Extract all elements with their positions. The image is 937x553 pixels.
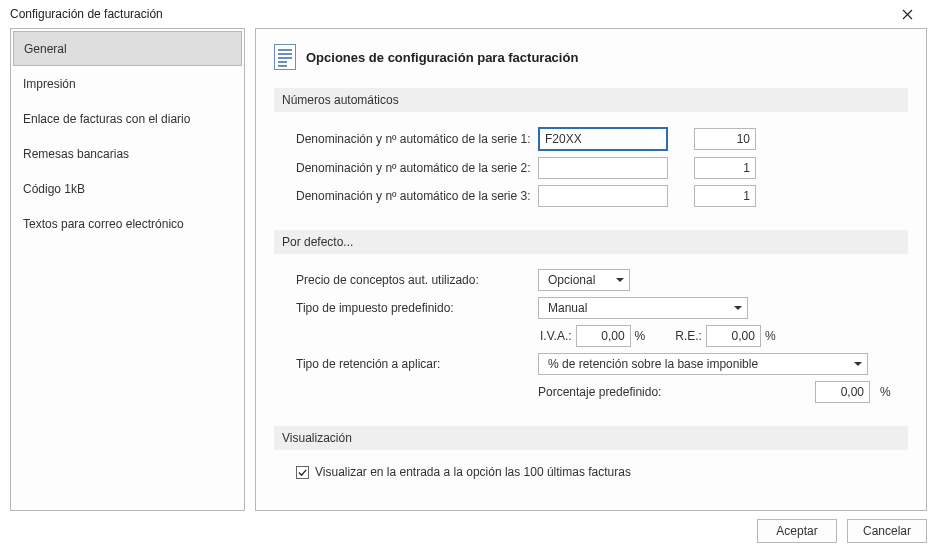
chevron-down-icon (616, 278, 624, 282)
section-header: Por defecto... (274, 230, 908, 254)
tipo-impuesto-value: Manual (544, 301, 591, 315)
re-label: R.E.: (675, 329, 702, 343)
chevron-down-icon (734, 306, 742, 310)
sidebar-item-remesas[interactable]: Remesas bancarias (13, 136, 242, 171)
section-header: Visualización (274, 426, 908, 450)
retencion-select-value: % de retención sobre la base imponible (544, 357, 762, 371)
sidebar-item-label: Código 1kB (23, 182, 85, 196)
sidebar-item-codigo1kb[interactable]: Código 1kB (13, 171, 242, 206)
serie1-text-input[interactable] (538, 127, 668, 151)
sidebar-item-label: Textos para correo electrónico (23, 217, 184, 231)
close-button[interactable] (887, 0, 927, 28)
serie3-num-input[interactable] (694, 185, 756, 207)
accept-button[interactable]: Aceptar (757, 519, 837, 543)
tipo-impuesto-select[interactable]: Manual (538, 297, 748, 319)
re-input[interactable] (706, 325, 761, 347)
precio-label: Precio de conceptos aut. utilizado: (296, 273, 528, 287)
sidebar-item-label: Impresión (23, 77, 76, 91)
sidebar-item-label: General (24, 42, 67, 56)
serie2-text-input[interactable] (538, 157, 668, 179)
iva-label: I.V.A.: (540, 329, 572, 343)
checkbox-box (296, 466, 309, 479)
sidebar-item-label: Enlace de facturas con el diario (23, 112, 190, 126)
sidebar-item-label: Remesas bancarias (23, 147, 129, 161)
document-icon (274, 44, 296, 70)
precio-select-value: Opcional (544, 273, 599, 287)
sidebar-item-impresion[interactable]: Impresión (13, 66, 242, 101)
dialog-footer: Aceptar Cancelar (757, 519, 927, 543)
sidebar-item-enlace[interactable]: Enlace de facturas con el diario (13, 101, 242, 136)
serie3-text-input[interactable] (538, 185, 668, 207)
visualizar-checkbox[interactable]: Visualizar en la entrada a la opción las… (296, 465, 631, 479)
page-title: Opciones de configuración para facturaci… (306, 50, 578, 65)
serie1-label: Denominación y nº automático de la serie… (296, 132, 528, 146)
section-por-defecto: Por defecto... Precio de conceptos aut. … (274, 230, 908, 406)
serie2-num-input[interactable] (694, 157, 756, 179)
precio-select[interactable]: Opcional (538, 269, 630, 291)
porcentaje-label: Porcentaje predefinido: (538, 385, 661, 399)
visualizar-label: Visualizar en la entrada a la opción las… (315, 465, 631, 479)
sidebar-item-textos[interactable]: Textos para correo electrónico (13, 206, 242, 241)
percent-sign: % (635, 329, 646, 343)
retencion-select[interactable]: % de retención sobre la base imponible (538, 353, 868, 375)
serie3-label: Denominación y nº automático de la serie… (296, 189, 528, 203)
close-icon (902, 9, 913, 20)
iva-input[interactable] (576, 325, 631, 347)
main-panel: Opciones de configuración para facturaci… (255, 28, 927, 511)
section-numeros-automaticos: Números automáticos Denominación y nº au… (274, 88, 908, 210)
tipo-impuesto-label: Tipo de impuesto predefinido: (296, 301, 528, 315)
window-title: Configuración de facturación (10, 7, 887, 21)
cancel-button[interactable]: Cancelar (847, 519, 927, 543)
serie2-label: Denominación y nº automático de la serie… (296, 161, 528, 175)
sidebar-item-general[interactable]: General (13, 31, 242, 66)
percent-sign: % (880, 385, 894, 399)
percent-sign: % (765, 329, 776, 343)
chevron-down-icon (854, 362, 862, 366)
serie1-num-input[interactable] (694, 128, 756, 150)
section-visualizacion: Visualización Visualizar en la entrada a… (274, 426, 908, 482)
sidebar: General Impresión Enlace de facturas con… (10, 28, 245, 511)
check-icon (298, 468, 307, 477)
section-header: Números automáticos (274, 88, 908, 112)
retencion-label: Tipo de retención a aplicar: (296, 357, 528, 371)
porcentaje-input[interactable] (815, 381, 870, 403)
